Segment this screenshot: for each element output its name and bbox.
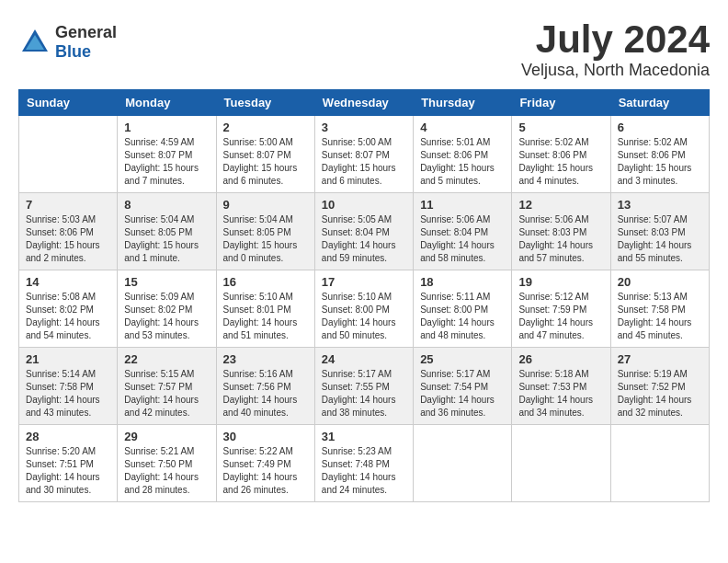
weekday-header-sunday: Sunday	[19, 90, 118, 116]
day-number: 16	[223, 275, 308, 289]
logo: General Blue	[18, 23, 117, 62]
day-number: 30	[223, 430, 308, 443]
calendar-cell: 12Sunrise: 5:06 AM Sunset: 8:03 PM Dayli…	[512, 193, 610, 270]
day-info: Sunrise: 4:59 AM Sunset: 8:07 PM Dayligh…	[124, 136, 209, 188]
day-info: Sunrise: 5:17 AM Sunset: 7:54 PM Dayligh…	[420, 368, 505, 419]
day-info: Sunrise: 5:22 AM Sunset: 7:49 PM Dayligh…	[223, 445, 308, 497]
day-info: Sunrise: 5:17 AM Sunset: 7:55 PM Dayligh…	[322, 368, 406, 419]
day-info: Sunrise: 5:09 AM Sunset: 8:02 PM Dayligh…	[124, 291, 209, 342]
calendar-cell: 29Sunrise: 5:21 AM Sunset: 7:50 PM Dayli…	[118, 425, 216, 502]
day-number: 10	[322, 198, 406, 212]
calendar-cell: 30Sunrise: 5:22 AM Sunset: 7:49 PM Dayli…	[216, 425, 314, 502]
day-number: 21	[26, 352, 110, 366]
day-info: Sunrise: 5:10 AM Sunset: 8:01 PM Dayligh…	[223, 291, 308, 342]
day-number: 27	[618, 352, 702, 366]
weekday-header-saturday: Saturday	[610, 90, 709, 116]
calendar-cell: 16Sunrise: 5:10 AM Sunset: 8:01 PM Dayli…	[216, 270, 314, 348]
calendar-cell: 22Sunrise: 5:15 AM Sunset: 7:57 PM Dayli…	[118, 348, 216, 425]
calendar-cell: 2Sunrise: 5:00 AM Sunset: 8:07 PM Daylig…	[216, 116, 314, 193]
calendar-cell	[414, 425, 512, 502]
day-info: Sunrise: 5:23 AM Sunset: 7:48 PM Dayligh…	[322, 445, 406, 497]
day-info: Sunrise: 5:15 AM Sunset: 7:57 PM Dayligh…	[124, 368, 209, 419]
calendar-cell: 18Sunrise: 5:11 AM Sunset: 8:00 PM Dayli…	[414, 270, 512, 348]
day-number: 3	[322, 121, 406, 134]
day-info: Sunrise: 5:07 AM Sunset: 8:03 PM Dayligh…	[618, 213, 702, 265]
day-info: Sunrise: 5:08 AM Sunset: 8:02 PM Dayligh…	[26, 291, 110, 342]
day-info: Sunrise: 5:04 AM Sunset: 8:05 PM Dayligh…	[124, 213, 209, 265]
page-header: General Blue July 2024 Veljusa, North Ma…	[18, 18, 710, 80]
calendar-week-row: 14Sunrise: 5:08 AM Sunset: 8:02 PM Dayli…	[19, 270, 710, 348]
weekday-header-thursday: Thursday	[414, 90, 512, 116]
calendar-cell: 10Sunrise: 5:05 AM Sunset: 8:04 PM Dayli…	[314, 193, 413, 270]
day-info: Sunrise: 5:14 AM Sunset: 7:58 PM Dayligh…	[26, 368, 110, 419]
day-info: Sunrise: 5:19 AM Sunset: 7:52 PM Dayligh…	[618, 368, 702, 419]
calendar-cell: 4Sunrise: 5:01 AM Sunset: 8:06 PM Daylig…	[414, 116, 512, 193]
calendar-cell: 9Sunrise: 5:04 AM Sunset: 8:05 PM Daylig…	[216, 193, 314, 270]
day-info: Sunrise: 5:11 AM Sunset: 8:00 PM Dayligh…	[420, 291, 505, 342]
day-info: Sunrise: 5:03 AM Sunset: 8:06 PM Dayligh…	[26, 213, 110, 265]
day-info: Sunrise: 5:05 AM Sunset: 8:04 PM Dayligh…	[322, 213, 406, 265]
calendar-cell: 26Sunrise: 5:18 AM Sunset: 7:53 PM Dayli…	[512, 348, 610, 425]
day-info: Sunrise: 5:10 AM Sunset: 8:00 PM Dayligh…	[322, 291, 406, 342]
calendar-cell: 24Sunrise: 5:17 AM Sunset: 7:55 PM Dayli…	[314, 348, 413, 425]
title-block: July 2024 Veljusa, North Macedonia	[521, 18, 710, 80]
calendar-cell: 15Sunrise: 5:09 AM Sunset: 8:02 PM Dayli…	[118, 270, 216, 348]
day-number: 15	[124, 275, 209, 289]
calendar-cell: 23Sunrise: 5:16 AM Sunset: 7:56 PM Dayli…	[216, 348, 314, 425]
calendar-cell: 20Sunrise: 5:13 AM Sunset: 7:58 PM Dayli…	[610, 270, 709, 348]
day-info: Sunrise: 5:00 AM Sunset: 8:07 PM Dayligh…	[223, 136, 308, 188]
calendar-table: SundayMondayTuesdayWednesdayThursdayFrid…	[18, 89, 710, 502]
calendar-cell	[19, 116, 118, 193]
logo-general-text: General	[55, 23, 117, 42]
calendar-cell: 8Sunrise: 5:04 AM Sunset: 8:05 PM Daylig…	[118, 193, 216, 270]
logo-icon	[18, 26, 51, 59]
day-number: 22	[124, 352, 209, 366]
day-number: 13	[618, 198, 702, 212]
day-number: 11	[420, 198, 505, 212]
weekday-header-monday: Monday	[118, 90, 216, 116]
day-number: 25	[420, 352, 505, 366]
calendar-body: 1Sunrise: 4:59 AM Sunset: 8:07 PM Daylig…	[19, 116, 710, 502]
day-number: 2	[223, 121, 308, 134]
day-number: 4	[420, 121, 505, 134]
calendar-week-row: 28Sunrise: 5:20 AM Sunset: 7:51 PM Dayli…	[19, 425, 710, 502]
day-number: 17	[322, 275, 406, 289]
day-number: 20	[618, 275, 702, 289]
day-number: 12	[518, 198, 603, 212]
day-number: 18	[420, 275, 505, 289]
day-number: 26	[518, 352, 603, 366]
calendar-header: SundayMondayTuesdayWednesdayThursdayFrid…	[19, 90, 710, 116]
calendar-cell: 11Sunrise: 5:06 AM Sunset: 8:04 PM Dayli…	[414, 193, 512, 270]
day-info: Sunrise: 5:04 AM Sunset: 8:05 PM Dayligh…	[223, 213, 308, 265]
day-number: 8	[124, 198, 209, 212]
weekday-row: SundayMondayTuesdayWednesdayThursdayFrid…	[19, 90, 710, 116]
weekday-header-tuesday: Tuesday	[216, 90, 314, 116]
calendar-cell: 7Sunrise: 5:03 AM Sunset: 8:06 PM Daylig…	[19, 193, 118, 270]
calendar-cell: 27Sunrise: 5:19 AM Sunset: 7:52 PM Dayli…	[610, 348, 709, 425]
day-number: 24	[322, 352, 406, 366]
weekday-header-friday: Friday	[512, 90, 610, 116]
day-info: Sunrise: 5:20 AM Sunset: 7:51 PM Dayligh…	[26, 445, 110, 497]
day-info: Sunrise: 5:12 AM Sunset: 7:59 PM Dayligh…	[518, 291, 603, 342]
calendar-cell: 25Sunrise: 5:17 AM Sunset: 7:54 PM Dayli…	[414, 348, 512, 425]
calendar-week-row: 21Sunrise: 5:14 AM Sunset: 7:58 PM Dayli…	[19, 348, 710, 425]
calendar-week-row: 1Sunrise: 4:59 AM Sunset: 8:07 PM Daylig…	[19, 116, 710, 193]
day-number: 29	[124, 430, 209, 443]
day-info: Sunrise: 5:21 AM Sunset: 7:50 PM Dayligh…	[124, 445, 209, 497]
weekday-header-wednesday: Wednesday	[314, 90, 413, 116]
day-number: 28	[26, 430, 110, 443]
day-info: Sunrise: 5:18 AM Sunset: 7:53 PM Dayligh…	[518, 368, 603, 419]
calendar-cell: 17Sunrise: 5:10 AM Sunset: 8:00 PM Dayli…	[314, 270, 413, 348]
day-info: Sunrise: 5:13 AM Sunset: 7:58 PM Dayligh…	[618, 291, 702, 342]
day-number: 7	[26, 198, 110, 212]
calendar-cell: 1Sunrise: 4:59 AM Sunset: 8:07 PM Daylig…	[118, 116, 216, 193]
month-title: July 2024	[521, 18, 710, 61]
day-info: Sunrise: 5:06 AM Sunset: 8:04 PM Dayligh…	[420, 213, 505, 265]
day-number: 19	[518, 275, 603, 289]
calendar-week-row: 7Sunrise: 5:03 AM Sunset: 8:06 PM Daylig…	[19, 193, 710, 270]
calendar-cell: 5Sunrise: 5:02 AM Sunset: 8:06 PM Daylig…	[512, 116, 610, 193]
calendar-cell: 6Sunrise: 5:02 AM Sunset: 8:06 PM Daylig…	[610, 116, 709, 193]
day-number: 31	[322, 430, 406, 443]
calendar-cell: 19Sunrise: 5:12 AM Sunset: 7:59 PM Dayli…	[512, 270, 610, 348]
calendar-cell: 21Sunrise: 5:14 AM Sunset: 7:58 PM Dayli…	[19, 348, 118, 425]
